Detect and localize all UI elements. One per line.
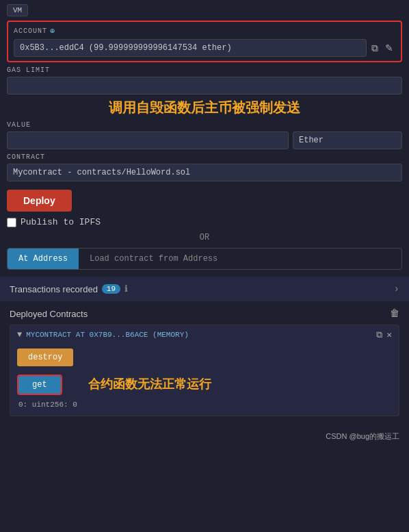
transactions-label: Transactions recorded [10,284,98,294]
account-label: ACCOUNT ⊕ [14,26,395,36]
account-select[interactable]: 0x5B3...eddC4 (99.999999999996147534 eth… [14,39,367,57]
gas-limit-label: GAS LIMIT [7,66,402,74]
contract-instance-header: ▼ MYCONTRACT AT 0X7B9...B6ACE (MEMORY) ⧉… [10,325,399,344]
deployed-section: Deployed Contracts 🗑 ▼ MYCONTRACT AT 0X7… [0,301,409,425]
contract-functions: destroy get 0: uint256: 0 合约函数无法正常运行 [10,344,399,416]
overlay-text-top: 调用自毁函数后主币被强制发送 [7,99,402,117]
at-address-tab[interactable]: At Address [8,249,79,269]
load-contract-tab[interactable]: Load contract from Address [79,249,228,269]
ipfs-checkbox[interactable] [7,218,16,227]
ipfs-row: Publish to IPFS [7,217,402,227]
get-button[interactable]: get [18,376,61,394]
csdn-credit: CSDN @bug的搬运工 [326,431,399,442]
get-button-wrapper: get [17,375,62,395]
ipfs-label: Publish to IPFS [21,217,101,227]
transactions-chevron-icon: › [394,283,399,294]
overlay-text-bottom: 合约函数无法正常运行 [88,376,211,392]
close-contract-icon[interactable]: ✕ [386,329,392,340]
value-section: 0 Wei Gwei Finney Ether [7,131,402,149]
deployed-header: Deployed Contracts 🗑 [10,308,399,319]
contract-section: CONTRACT Mycontract - contracts/HelloWor… [7,153,402,181]
account-section: ACCOUNT ⊕ 0x5B3...eddC4 (99.999999999996… [7,21,402,62]
gas-limit-input[interactable]: 3000000 [7,77,402,94]
vm-badge: VM [7,4,28,16]
contract-label: CONTRACT [7,153,402,161]
deployed-title: Deployed Contracts [10,309,88,319]
add-account-icon[interactable]: ⊕ [50,26,55,36]
transactions-bar[interactable]: Transactions recorded 19 ℹ › [0,277,409,301]
contract-select[interactable]: Mycontract - contracts/HelloWord.sol [7,164,402,181]
get-result: 0: uint256: 0 [17,401,77,409]
bottom-bar: CSDN @bug的搬运工 [0,427,409,446]
chevron-down-icon[interactable]: ▼ [17,330,22,340]
value-label: VALUE [7,121,402,129]
address-tabs: At Address Load contract from Address [7,248,402,270]
contract-instance-name: MYCONTRACT AT 0X7B9...B6ACE (MEMORY) [26,331,372,339]
or-divider: OR [0,233,409,242]
deploy-button[interactable]: Deploy [7,190,72,212]
contract-instance: ▼ MYCONTRACT AT 0X7B9...B6ACE (MEMORY) ⧉… [10,325,399,416]
gas-limit-section: GAS LIMIT 3000000 [7,66,402,94]
copy-account-button[interactable]: ⧉ [369,40,380,56]
transactions-info-icon: ℹ [124,283,128,294]
value-input[interactable]: 0 [7,131,289,149]
unit-select[interactable]: Wei Gwei Finney Ether [293,131,402,149]
edit-account-button[interactable]: ✎ [383,40,395,55]
copy-contract-icon[interactable]: ⧉ [376,330,382,340]
destroy-button[interactable]: destroy [17,349,73,366]
transactions-badge: 19 [102,284,120,294]
trash-icon[interactable]: 🗑 [390,308,399,319]
